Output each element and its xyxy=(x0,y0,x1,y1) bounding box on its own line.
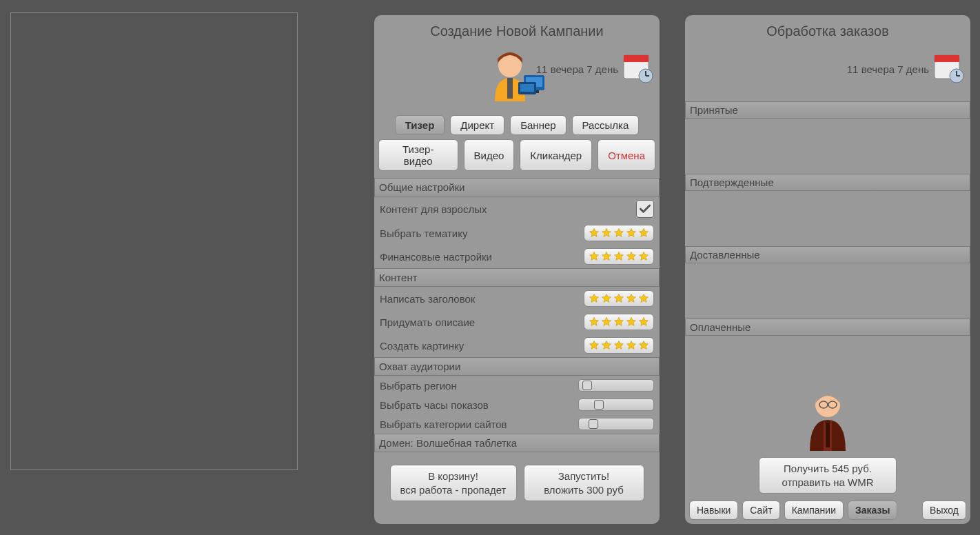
stars-rating[interactable] xyxy=(584,225,654,241)
order-section: Подтвержденные xyxy=(685,174,970,246)
tab-Тизер[interactable]: Тизер xyxy=(395,115,445,135)
launch-button[interactable]: Запустить! вложить 300 руб xyxy=(524,465,644,501)
slider[interactable] xyxy=(578,379,654,392)
stars-rating[interactable] xyxy=(584,290,654,307)
setting-label: Создать картинку xyxy=(380,340,464,352)
setting-label: Выбрать регион xyxy=(380,380,457,392)
tab-Кликандер[interactable]: Кликандер xyxy=(520,139,592,171)
tab-Баннер[interactable]: Баннер xyxy=(510,115,566,135)
discard-button[interactable]: В корзину! вся работа - пропадет xyxy=(390,465,517,501)
setting-row: Написать заголовок xyxy=(378,287,655,310)
calendar-clock-icon xyxy=(932,51,965,84)
datetime-label: 11 вечера 7 день xyxy=(536,63,618,75)
setting-row: Создать картинку xyxy=(378,334,655,357)
stars-rating[interactable] xyxy=(584,248,654,265)
manager-avatar-icon xyxy=(482,48,551,110)
setting-row: Контент для взрослых xyxy=(378,196,655,221)
datetime-label: 11 вечера 7 день xyxy=(847,63,929,75)
stars-rating[interactable] xyxy=(584,314,654,330)
order-section-body xyxy=(685,119,970,174)
nav-Выход[interactable]: Выход xyxy=(922,501,966,520)
section-header: Домен: Волшебная таблетка xyxy=(374,434,660,452)
svg-rect-6 xyxy=(507,78,513,99)
nav-Заказы[interactable]: Заказы xyxy=(848,501,897,520)
stars-rating[interactable] xyxy=(584,337,654,354)
section-header: Охват аудитории xyxy=(374,357,660,376)
create-campaign-panel: Создание Новой Кампании 11 вечера 7 день… xyxy=(374,15,660,524)
setting-label: Финансовые настройки xyxy=(380,251,492,263)
setting-label: Написать заголовок xyxy=(380,293,475,305)
svg-rect-11 xyxy=(520,84,534,92)
svg-rect-13 xyxy=(935,55,959,62)
setting-row: Выбрать часы показов xyxy=(378,395,655,414)
setting-label: Выбрать категории сайтов xyxy=(380,418,507,430)
checkbox[interactable] xyxy=(636,200,654,218)
order-section-body xyxy=(685,263,970,319)
accountant-avatar-icon xyxy=(799,385,857,454)
tab-Директ[interactable]: Директ xyxy=(450,115,504,135)
orders-bottom: Получить 545 руб. отправить на WMR xyxy=(685,385,970,494)
setting-label: Придумать описаие xyxy=(380,316,475,328)
bottom-nav: НавыкиСайтКампанииЗаказыВыход xyxy=(689,501,966,520)
tab-Видео[interactable]: Видео xyxy=(464,139,515,171)
panel-title: Обработка заказов xyxy=(689,23,966,39)
tab-Рассылка[interactable]: Рассылка xyxy=(572,115,640,135)
setting-row: Выбрать категории сайтов xyxy=(378,414,655,434)
order-section: Доставленные xyxy=(685,246,970,319)
slider[interactable] xyxy=(578,398,654,411)
nav-Сайт[interactable]: Сайт xyxy=(742,501,779,520)
section-header: Контент xyxy=(374,268,660,287)
setting-row: Выбрать регион xyxy=(378,376,655,395)
nav-Навыки[interactable]: Навыки xyxy=(689,501,738,520)
setting-label: Выбрать часы показов xyxy=(380,399,489,411)
tab-Отмена[interactable]: Отмена xyxy=(598,139,655,171)
svg-rect-20 xyxy=(826,423,830,447)
section-header: Общие настройки xyxy=(374,178,660,196)
nav-Кампании[interactable]: Кампании xyxy=(784,501,844,520)
order-section-header: Подтвержденные xyxy=(685,174,970,191)
setting-row: Придумать описаие xyxy=(378,310,655,334)
panel-title: Создание Новой Кампании xyxy=(378,23,655,39)
setting-row: Финансовые настройки xyxy=(378,245,655,268)
order-section: Принятые xyxy=(685,101,970,174)
slider[interactable] xyxy=(578,418,654,430)
setting-row: Выбрать тематику xyxy=(378,221,655,245)
order-section-header: Оплаченные xyxy=(685,319,970,336)
setting-label: Выбрать тематику xyxy=(380,228,467,239)
campaign-type-tabs: ТизерДиректБаннерРассылка Тизер-видеоВид… xyxy=(378,115,655,171)
calendar-clock-icon xyxy=(621,51,654,84)
order-section-body xyxy=(685,191,970,246)
svg-rect-1 xyxy=(624,55,649,62)
setting-label: Контент для взрослых xyxy=(380,203,487,215)
payout-button[interactable]: Получить 545 руб. отправить на WMR xyxy=(759,457,897,494)
empty-frame xyxy=(10,12,298,470)
tab-Тизер-видео[interactable]: Тизер-видео xyxy=(378,139,458,171)
order-section-header: Принятые xyxy=(685,101,970,119)
orders-panel: Обработка заказов 11 вечера 7 день Приня… xyxy=(685,15,970,524)
order-section-header: Доставленные xyxy=(685,246,970,263)
action-buttons-row: В корзину! вся работа - пропадет Запусти… xyxy=(378,465,655,501)
